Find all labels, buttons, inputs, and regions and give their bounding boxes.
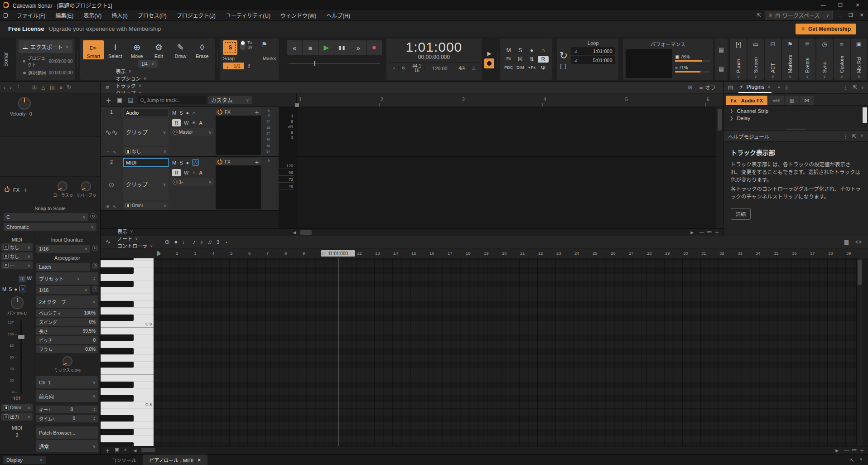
- sixteenth-note-icon[interactable]: ♫: [206, 238, 214, 245]
- piano-key-white[interactable]: [101, 436, 154, 442]
- automation-button[interactable]: A: [199, 120, 203, 126]
- keyboard-icon[interactable]: ▤: [719, 46, 724, 53]
- zoom-out-icon[interactable]: —: [844, 447, 849, 454]
- popout-icon[interactable]: ⇱: [853, 84, 857, 91]
- piano-roll-ruler[interactable]: 11:01:000 123456789101112131415161718192…: [101, 248, 868, 258]
- playhead[interactable]: [297, 107, 297, 228]
- fx-bin[interactable]: [216, 116, 261, 155]
- input-select[interactable]: ▮ Omni∨: [1, 404, 33, 412]
- track-header-midi[interactable]: 2 ⊙ ≡ ∿ MIDI クリップ∨: [101, 157, 279, 211]
- menu-item-7[interactable]: ウィンドウ(W): [275, 11, 321, 19]
- track-input-select[interactable]: ▮なし∨: [123, 147, 169, 155]
- chorus-knob[interactable]: コーラス 0: [53, 181, 72, 198]
- transport-position-slider[interactable]: [287, 61, 382, 66]
- arp-param-4[interactable]: フラム0.0%: [36, 345, 98, 353]
- popout-icon[interactable]: ⇱: [852, 133, 857, 140]
- key-offset-field[interactable]: キー+ 0▲▼: [36, 406, 98, 413]
- popout-icon[interactable]: ⇱: [757, 12, 761, 19]
- panel-button-punch[interactable]: [•]Punch∨: [730, 39, 747, 80]
- zoom-out-icon[interactable]: —: [699, 229, 704, 236]
- piano-key-black[interactable]: [101, 429, 154, 436]
- output-select[interactable]: ▯ 出力∨: [1, 413, 33, 421]
- piano-key-white[interactable]: [101, 375, 154, 382]
- clip-mode-select[interactable]: クリップ∨: [123, 118, 169, 146]
- solo-all-button[interactable]: S: [518, 47, 522, 53]
- kebab-icon[interactable]: ⋮: [843, 133, 848, 140]
- scroll-right-icon[interactable]: ▶: [689, 230, 696, 235]
- input-echo-button[interactable]: Ⓐ: [192, 159, 199, 166]
- list-icon[interactable]: ≡: [59, 85, 62, 90]
- piano-key-white[interactable]: [101, 287, 154, 294]
- arp-param-0[interactable]: ベロシティ100%: [36, 309, 98, 317]
- close-button[interactable]: ✕: [850, 1, 865, 9]
- grid-icon[interactable]: ▦: [844, 239, 849, 245]
- zoom-in-icon[interactable]: ＋: [859, 447, 864, 454]
- panel-button-markers[interactable]: ⚑Markers∨: [782, 39, 798, 80]
- pr-menu-0[interactable]: 表示∨: [113, 228, 158, 235]
- tab-piano-roll[interactable]: ピアノロール - MIDI ✕: [143, 455, 207, 465]
- panel-button-mix-rcl[interactable]: ▣Mix Rcl∨: [851, 39, 867, 80]
- scroll-left-icon[interactable]: ◀: [131, 448, 139, 453]
- export-project-row[interactable]: プロジェクト 00:00:00:00: [19, 54, 72, 68]
- fast-forward-button[interactable]: »: [350, 40, 366, 55]
- dot-tool-icon[interactable]: ●: [172, 238, 179, 245]
- track-input-select[interactable]: ▮Omni∨: [123, 202, 169, 209]
- close-icon[interactable]: ✕: [197, 457, 201, 463]
- track-lane-midi[interactable]: [297, 157, 716, 211]
- piano-key-white[interactable]: [101, 355, 154, 362]
- triplet-button[interactable]: 3: [215, 239, 221, 245]
- piano-key-white[interactable]: C 9: [101, 321, 154, 328]
- clock-icon[interactable]: ◔: [389, 66, 398, 71]
- note-grid[interactable]: [154, 258, 856, 446]
- maximize-button[interactable]: ❐: [833, 1, 848, 9]
- panel-button-events[interactable]: ≣Events∨: [799, 39, 815, 80]
- piano-key-white[interactable]: [101, 408, 154, 415]
- panel-button-act[interactable]: ⊡ACT∨: [765, 39, 781, 80]
- arp-latch-button[interactable]: Latch: [36, 263, 90, 271]
- snap-to-by-toggle[interactable]: To By: [240, 40, 252, 49]
- workspace-select[interactable]: ♕ ▤ ワークスペース ∨: [765, 11, 833, 19]
- power-icon[interactable]: [217, 160, 222, 165]
- freeze-icon[interactable]: ∗: [192, 120, 196, 126]
- piano-key-black[interactable]: [101, 362, 154, 368]
- chevron-down-icon[interactable]: ∨: [859, 457, 863, 463]
- crossfade-toggle[interactable]: ≍ オフ: [699, 83, 716, 91]
- mute-all-button[interactable]: M: [506, 47, 511, 53]
- add-track-icon[interactable]: ＋: [104, 96, 113, 104]
- read-automation-button[interactable]: R: [172, 169, 181, 176]
- solo-button[interactable]: S: [9, 286, 12, 292]
- record-mode-indicator[interactable]: [484, 58, 494, 68]
- get-membership-button[interactable]: ♕ Get Membership: [796, 24, 856, 34]
- arp-param-2[interactable]: 長さ99.5%: [36, 327, 98, 335]
- fx-bin-header[interactable]: FX ＋: [216, 158, 261, 165]
- tab-console[interactable]: コンソール: [105, 455, 143, 465]
- scroll-left-icon[interactable]: ◀: [291, 230, 298, 235]
- tv-menu-1[interactable]: オプション∨: [111, 75, 151, 82]
- arp-direction-select[interactable]: 前方向∨: [36, 390, 98, 402]
- loop-cycle-icon[interactable]: ↻: [559, 50, 568, 62]
- zoom-fit-icon[interactable]: ▭: [707, 229, 712, 236]
- panel-splitter[interactable]: [723, 127, 868, 131]
- piano-key-black[interactable]: [101, 348, 154, 355]
- piano-key-black[interactable]: [101, 315, 154, 321]
- inline-editor-icon[interactable]: <>: [855, 239, 862, 245]
- piano-key-white[interactable]: [101, 274, 154, 281]
- track-name-field[interactable]: MIDI: [123, 158, 169, 167]
- chevron-down-icon[interactable]: ∨: [860, 133, 863, 140]
- loop-brackets-icon[interactable]: [ ]: [560, 63, 567, 69]
- tool-erase[interactable]: ◊Erase: [192, 40, 212, 59]
- midi-setting-select-0[interactable]: Cなし∨: [1, 243, 33, 251]
- mute-button[interactable]: M: [172, 110, 176, 116]
- now-time-badge[interactable]: 11:01:000: [321, 250, 355, 257]
- automation-lane-icon[interactable]: ∿: [113, 204, 116, 209]
- child-minimize-button[interactable]: –: [836, 11, 844, 19]
- velocity-knob[interactable]: [18, 97, 31, 110]
- menu-item-1[interactable]: 編集(E): [50, 11, 78, 19]
- tool-move[interactable]: ⊕Move: [126, 40, 147, 59]
- arp-param-1[interactable]: スイング0%: [36, 318, 98, 326]
- refresh-icon[interactable]: ↻: [90, 213, 96, 219]
- fx-global-button[interactable]: Fx: [506, 56, 511, 63]
- notes-icon[interactable]: ▯: [786, 84, 789, 91]
- arp-mix-knob[interactable]: ミックス 0.0%: [54, 356, 81, 373]
- pdc-button[interactable]: PDC: [504, 65, 513, 72]
